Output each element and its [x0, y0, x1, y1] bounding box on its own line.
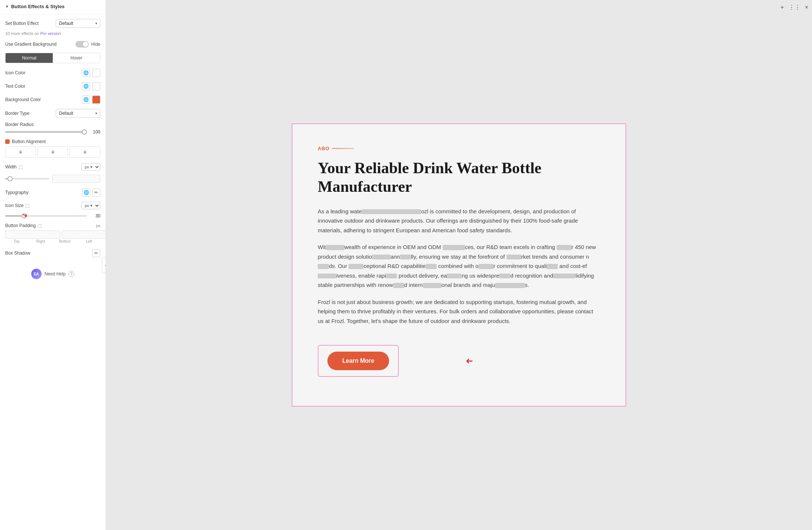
icon-size-arrow: ➜	[21, 210, 29, 220]
bg-color-globe[interactable]: 🌐	[82, 96, 90, 104]
top-bar: + ⋮⋮ ×	[780, 4, 808, 11]
main-heading: Your Reliable Drink Water Bottle Manufac…	[318, 159, 600, 196]
icon-size-label: Icon Size ⬚	[5, 203, 29, 208]
para-3: Frozl is not just about business growth;…	[318, 297, 600, 326]
content-block: ABO Your Reliable Drink Water Bottle Man…	[292, 123, 626, 407]
drag-icon[interactable]: ⋮⋮	[789, 4, 800, 11]
border-radius-slider-row: 100	[5, 129, 100, 135]
icon-color-globe[interactable]: 🌐	[82, 69, 90, 77]
text-color-swatch[interactable]	[92, 82, 100, 90]
above-tag-text: ABO	[318, 146, 330, 151]
padding-top-input[interactable]	[5, 230, 60, 239]
gradient-row: Use Gradient Background Hide	[0, 39, 106, 50]
page-canvas: ABO Your Reliable Drink Water Bottle Man…	[106, 0, 812, 530]
icon-size-fill	[5, 215, 22, 217]
alignment-indicator	[5, 139, 10, 144]
hide-label: Hide	[91, 42, 100, 47]
pro-version-link[interactable]: Pro version	[40, 31, 61, 36]
border-type-label: Border Type	[5, 111, 29, 116]
border-type-select-wrap[interactable]: Default	[56, 109, 100, 118]
icon-size-track	[5, 215, 87, 217]
alignment-buttons: ≡ ≡ ≡	[5, 146, 100, 158]
canvas-arrow-right: ➜	[466, 356, 473, 366]
set-button-effect-label: Set Button Effect	[5, 21, 39, 26]
padding-monitor-icon: ⬚	[38, 223, 42, 228]
cta-border-box: Learn More	[318, 345, 399, 377]
gradient-toggle[interactable]	[75, 41, 89, 48]
bg-color-label: Background Color	[5, 97, 41, 102]
border-radius-value: 100	[90, 129, 100, 135]
para-1: As a leading wateozl is committed to the…	[318, 207, 600, 235]
bg-color-controls: 🌐	[82, 96, 100, 104]
above-tag: ABO	[318, 146, 600, 151]
text-color-row: Text Color 🌐	[0, 80, 106, 93]
typography-pencil[interactable]: ✏	[92, 188, 100, 197]
tab-hover[interactable]: Hover	[53, 53, 100, 63]
tab-normal[interactable]: Normal	[6, 53, 53, 63]
icon-color-label: Icon Color	[5, 70, 26, 75]
border-radius-label: Border Radius	[5, 122, 100, 127]
button-padding-section: Button Padding ⬚ px 🔗 Top Right Bottom L…	[0, 222, 106, 246]
align-center-btn[interactable]: ≡	[38, 146, 68, 158]
icon-color-controls: 🌐	[82, 69, 100, 77]
close-icon[interactable]: ×	[805, 4, 808, 11]
bg-color-swatch[interactable]	[92, 96, 100, 104]
border-type-row: Border Type Default	[0, 106, 106, 120]
width-row: Width ⬚ px ▾	[0, 161, 106, 173]
width-unit-select[interactable]: px ▾	[81, 163, 100, 171]
typography-controls: 🌐 ✏	[82, 188, 100, 197]
icon-size-slider-row: 30	[5, 213, 100, 219]
border-radius-section: Border Radius 100	[0, 120, 106, 138]
gradient-label: Use Gradient Background	[5, 42, 56, 47]
need-help-text[interactable]: Need Help	[45, 271, 66, 277]
set-button-effect-select-wrap[interactable]: Default	[56, 19, 100, 28]
icon-color-row: Icon Color 🌐	[0, 66, 106, 80]
pro-note: 10 more effects on Pro version	[0, 30, 106, 39]
typography-row: Typography 🌐 ✏	[0, 186, 106, 199]
set-button-effect-select[interactable]: Default	[56, 19, 100, 28]
padding-right-input[interactable]	[62, 230, 106, 239]
width-thumb[interactable]	[7, 176, 13, 181]
width-monitor-icon: ⬚	[19, 164, 23, 169]
box-shadow-row: Box Shadow ✏	[0, 246, 106, 260]
help-circle-icon[interactable]: ?	[68, 271, 74, 277]
left-panel: ▼ Button Effects & Styles Set Button Eff…	[0, 0, 106, 530]
icon-size-controls: px ▾	[81, 202, 100, 209]
text-color-controls: 🌐	[82, 82, 100, 90]
button-alignment-section: Button Alignment ≡ ≡ ≡	[0, 138, 106, 161]
bg-color-row: Background Color 🌐	[0, 93, 106, 106]
text-color-label: Text Color	[5, 84, 25, 89]
panel-collapse-arrow[interactable]: ▼	[5, 4, 9, 9]
icon-size-row: Icon Size ⬚ px ▾	[0, 199, 106, 212]
icon-size-value: 30	[90, 213, 100, 219]
width-controls: px ▾	[81, 163, 100, 171]
border-type-select[interactable]: Default	[56, 109, 100, 118]
need-help-section: EA Need Help ?	[0, 263, 106, 285]
text-color-globe[interactable]: 🌐	[82, 82, 90, 90]
width-label: Width ⬚	[5, 164, 23, 169]
panel-title: Button Effects & Styles	[11, 4, 65, 9]
learn-more-button[interactable]: Learn More	[327, 352, 389, 370]
tab-row: Normal Hover	[5, 53, 100, 63]
add-icon[interactable]: +	[780, 4, 784, 11]
width-slider-row	[5, 175, 100, 183]
border-radius-fill	[5, 131, 87, 133]
ea-badge: EA	[31, 269, 42, 279]
padding-inputs-row: 🔗	[5, 230, 100, 239]
button-padding-label: Button Padding ⬚ px	[5, 223, 100, 228]
icon-size-monitor-icon: ⬚	[25, 203, 29, 208]
border-radius-thumb[interactable]	[82, 129, 87, 135]
above-tag-line	[332, 148, 354, 149]
panel-collapse-handle[interactable]: ‹	[102, 258, 106, 272]
typography-globe[interactable]: 🌐	[82, 188, 90, 197]
width-value-input[interactable]	[52, 175, 100, 183]
padding-sub-labels: Top Right Bottom Left	[5, 239, 100, 243]
box-shadow-label: Box Shadow	[5, 251, 30, 256]
icon-color-swatch[interactable]	[92, 69, 100, 77]
icon-size-unit-select[interactable]: px ▾	[81, 202, 100, 209]
align-left-btn[interactable]: ≡	[5, 146, 36, 158]
align-right-btn[interactable]: ≡	[69, 146, 100, 158]
icon-size-slider-section: 30 ➜	[0, 212, 106, 222]
box-shadow-pencil[interactable]: ✏	[92, 249, 100, 257]
padding-unit: px	[96, 223, 100, 228]
